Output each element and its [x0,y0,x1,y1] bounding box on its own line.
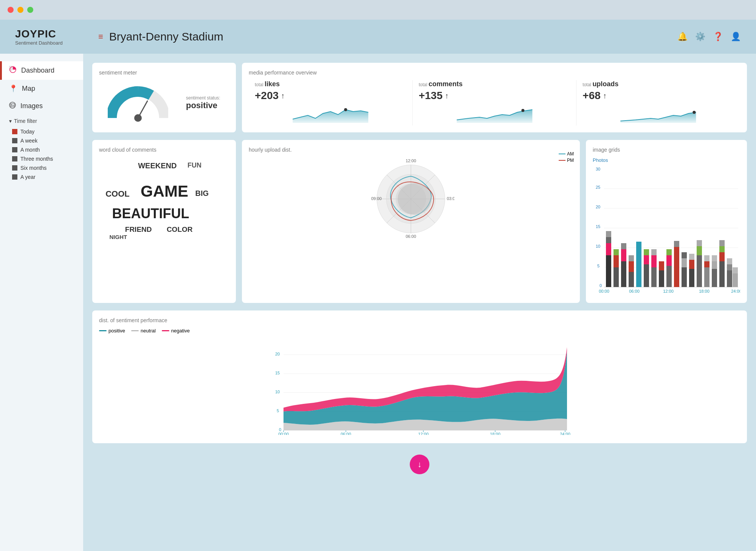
word-beautiful: BEAUTIFUL [112,206,189,222]
svg-rect-60 [659,270,664,287]
svg-rect-63 [666,255,672,266]
six-months-checkbox[interactable] [12,165,17,171]
svg-rect-78 [704,255,710,261]
svg-point-5 [134,114,142,122]
download-button[interactable]: ↓ [410,455,429,474]
pie-chart-icon [9,66,17,75]
filter-six-months[interactable]: Six months [9,163,74,172]
time-filter-label: Time filter [14,118,37,124]
svg-text:12:00: 12:00 [418,432,429,435]
help-icon[interactable]: ❓ [713,32,723,42]
filter-today-label: Today [20,129,34,135]
svg-text:00:00: 00:00 [599,289,609,293]
svg-rect-66 [674,241,679,247]
bell-icon[interactable]: 🔔 [677,32,688,42]
filter-month[interactable]: A month [9,145,74,154]
svg-rect-74 [697,246,702,255]
sidebar-label-dashboard: Dashboard [21,67,54,75]
svg-rect-79 [712,269,717,287]
svg-rect-82 [719,261,725,287]
am-label: AM [567,151,574,157]
uploads-label: total uploads [582,80,734,88]
svg-point-6 [344,108,347,111]
time-filter-toggle[interactable]: ▾ Time filter [9,118,74,124]
sidebar-label-images: Images [20,102,43,110]
filter-three-months[interactable]: Three months [9,154,74,163]
svg-rect-54 [644,264,649,287]
likes-label: total likes [255,80,406,88]
svg-rect-77 [704,261,710,267]
hamburger-icon[interactable]: ≡ [98,32,103,42]
sidebar-item-dashboard[interactable]: Dashboard [0,61,83,80]
three-months-checkbox[interactable] [12,156,17,161]
svg-rect-90 [733,267,738,273]
word-cool: COOL [105,189,130,199]
maximize-button[interactable] [27,7,33,13]
chevron-down-icon: ▾ [9,118,12,124]
likes-value: +203 ↑ [255,90,406,102]
svg-text:20: 20 [596,205,600,209]
logo: JOYPIC [15,28,98,40]
content-area: sentiment meter [83,54,756,551]
sentiment-meter-title: sentiment meter [99,70,229,76]
photos-label[interactable]: Photos [593,157,740,163]
close-button[interactable] [8,7,14,13]
svg-text:18:00: 18:00 [490,432,500,435]
svg-rect-70 [689,269,694,287]
legend-positive: positive [99,328,125,334]
pm-legend: PM [559,158,574,163]
sidebar-item-map[interactable]: 📍 Map [0,80,83,97]
uploads-arrow: ↑ [603,92,607,100]
subtitle: Sentiment Dashboard [15,40,98,46]
legend-neutral: neutral [131,328,156,334]
gauge-svg [108,84,168,122]
sentiment-dist-card: dist. of sentiment performace positive n… [92,310,747,443]
sentiment-status-value: positive [186,101,220,110]
bottom-row: dist. of sentiment performace positive n… [92,310,747,443]
svg-rect-61 [659,261,664,270]
svg-text:09:00: 09:00 [371,196,382,201]
filter-today[interactable]: Today [9,127,74,136]
gauge-container: sentiment status: positive [99,80,229,126]
svg-text:00:00: 00:00 [278,432,289,435]
svg-text:12:00: 12:00 [663,289,674,293]
filter-year[interactable]: A year [9,172,74,182]
svg-rect-51 [629,261,634,272]
svg-rect-45 [613,255,619,267]
sidebar: Dashboard 📍 Map Images ▾ Time filter [0,54,83,551]
svg-text:0: 0 [279,427,281,432]
negative-legend-dot [162,330,169,331]
svg-rect-67 [682,267,687,287]
hourly-upload-card: hourly upload dist. 12:00 [242,140,580,303]
filter-week[interactable]: A week [9,136,74,145]
neutral-label: neutral [141,328,156,334]
svg-rect-49 [621,243,626,249]
svg-rect-68 [682,258,687,267]
window-chrome [0,0,756,20]
image-grids-title: image grids [593,147,740,153]
minimize-button[interactable] [17,7,23,13]
user-icon[interactable]: 👤 [731,32,741,42]
today-checkbox[interactable] [12,129,17,134]
radar-legend: AM PM [559,151,574,163]
svg-rect-72 [689,254,694,260]
month-checkbox[interactable] [12,147,17,152]
image-grids-chart: 0 5 10 15 20 25 30 00:00 06:00 12:00 18:… [593,166,740,295]
pm-legend-line [559,160,565,161]
svg-rect-73 [697,255,702,287]
filter-year-label: A year [20,174,36,180]
svg-text:06:00: 06:00 [341,432,351,435]
year-checkbox[interactable] [12,174,17,180]
sentiment-dist-chart: 0 5 10 15 20 00:00 06:00 12:00 18:00 [99,337,740,435]
settings-icon[interactable]: ⚙️ [695,32,705,42]
svg-text:24:00: 24:00 [560,432,570,435]
radar-svg: 12:00 03:00 06:00 09:00 [367,155,454,242]
week-checkbox[interactable] [12,138,17,143]
svg-rect-56 [644,249,649,255]
svg-rect-81 [712,255,717,261]
svg-rect-44 [613,267,619,287]
svg-rect-58 [651,255,657,267]
hourly-title: hourly upload dist. [249,147,573,153]
filter-six-months-label: Six months [20,165,46,171]
sidebar-item-images[interactable]: Images [0,97,83,115]
